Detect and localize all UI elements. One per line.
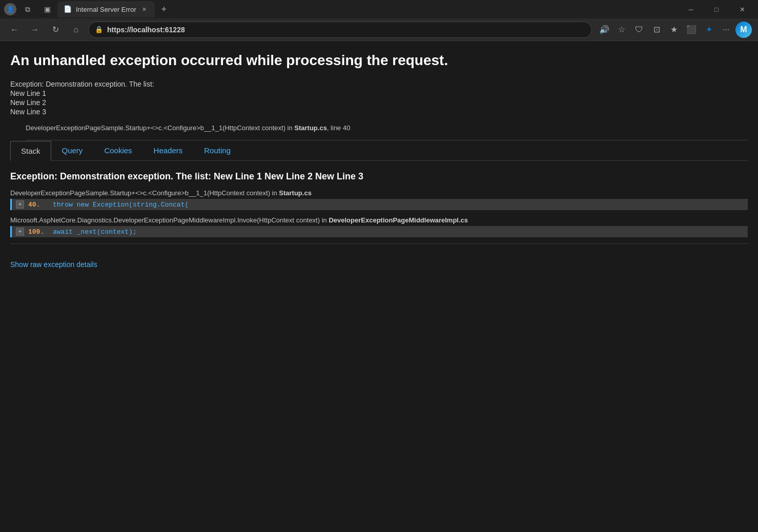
tab-title: Internal Server Error <box>76 6 136 13</box>
stack-location-prefix: DeveloperExceptionPageSample.Startup+<>c… <box>26 124 294 132</box>
show-raw-exception-link[interactable]: Show raw exception details <box>10 260 97 269</box>
minimize-button[interactable]: ─ <box>679 0 703 18</box>
split-screen-icon[interactable]: ⊡ <box>648 22 665 38</box>
frame1-text: DeveloperExceptionPageSample.Startup+<>c… <box>10 189 279 197</box>
refresh-button[interactable]: ↻ <box>47 22 64 38</box>
profile-avatar[interactable]: 👤 <box>4 3 16 15</box>
frame2-line-num: 109. <box>28 228 49 236</box>
address-text: https://localhost:61228 <box>107 26 185 34</box>
page-main-heading: An unhandled exception occurred while pr… <box>10 51 748 70</box>
frame1-code-text: throw new Exception(string.Concat( <box>53 201 189 209</box>
tab-query[interactable]: Query <box>51 140 94 160</box>
tab-headers[interactable]: Headers <box>143 140 194 160</box>
window-controls: ─ □ ✕ <box>679 0 754 18</box>
stack-frame-1: DeveloperExceptionPageSample.Startup+<>c… <box>10 189 748 210</box>
split-view-icon[interactable]: ▣ <box>39 1 55 17</box>
tab-routing[interactable]: Routing <box>193 140 241 160</box>
frame2-text: Microsoft.AspNetCore.Diagnostics.Develop… <box>10 216 329 224</box>
collections-icon[interactable]: ⧉ <box>19 1 36 17</box>
tabs-bar: Stack Query Cookies Headers Routing <box>10 140 748 161</box>
tab-cookies[interactable]: Cookies <box>93 140 142 160</box>
new-tab-button[interactable]: + <box>157 2 171 16</box>
frame2-code-block: + 109. await _next(context); <box>10 226 748 237</box>
title-bar-left: 👤 ⧉ ▣ <box>4 1 55 17</box>
tabs-area: 📄 Internal Server Error ✕ + <box>57 1 679 17</box>
tab-close-button[interactable]: ✕ <box>140 5 149 13</box>
exception-line-1: New Line 1 <box>10 89 748 97</box>
lock-icon: 🔒 <box>95 26 103 33</box>
tab-group: 📄 Internal Server Error ✕ + <box>57 1 171 17</box>
home-button[interactable]: ⌂ <box>68 22 84 38</box>
copilot-icon[interactable]: ✦ <box>701 22 717 38</box>
address-port: :61228 <box>162 26 185 34</box>
browser-essentials-icon[interactable]: 🛡 <box>631 22 647 38</box>
exception-line-2: New Line 2 <box>10 98 748 107</box>
section-title: Exception: Demonstration exception. The … <box>10 171 748 182</box>
divider <box>10 243 748 244</box>
nav-actions: 🔊 ☆ 🛡 ⊡ ★ ⬛ ✦ ··· M <box>596 22 752 38</box>
title-bar: 👤 ⧉ ▣ 📄 Internal Server Error ✕ + ─ □ ✕ <box>0 0 758 18</box>
more-options-icon[interactable]: ··· <box>718 22 734 38</box>
frame2-file: DeveloperExceptionPageMiddlewareImpl.cs <box>329 216 468 224</box>
favorites-icon[interactable]: ☆ <box>613 22 630 38</box>
favorites-list-icon[interactable]: ★ <box>666 22 682 38</box>
exception-intro: Exception: Demonstration exception. The … <box>10 80 748 116</box>
frame2-code-text: await _next(context); <box>53 228 137 236</box>
stack-frame-2: Microsoft.AspNetCore.Diagnostics.Develop… <box>10 216 748 237</box>
nav-bar: ← → ↻ ⌂ 🔒 https://localhost:61228 🔊 ☆ 🛡 … <box>0 18 758 41</box>
frame2-code-line: + 109. await _next(context); <box>12 226 748 237</box>
close-button[interactable]: ✕ <box>730 0 754 18</box>
forward-button[interactable]: → <box>27 22 43 38</box>
tab-favicon-icon: 📄 <box>64 5 72 13</box>
stack-location-file: Startup.cs <box>294 124 327 132</box>
back-button[interactable]: ← <box>6 22 23 38</box>
address-host: localhost <box>131 26 162 34</box>
frame1-file: Startup.cs <box>279 189 312 197</box>
frame1-expand-button[interactable]: + <box>16 200 24 209</box>
stack-location-line: , line 40 <box>327 124 351 132</box>
frame1-header: DeveloperExceptionPageSample.Startup+<>c… <box>10 189 748 197</box>
exception-line-3: New Line 3 <box>10 108 748 116</box>
frame2-expand-button[interactable]: + <box>16 228 24 236</box>
exception-label: Exception: Demonstration exception. The … <box>10 80 748 88</box>
maximize-button[interactable]: □ <box>705 0 728 18</box>
stack-location: DeveloperExceptionPageSample.Startup+<>c… <box>26 124 748 140</box>
frame1-code-block: + 40. throw new Exception(string.Concat( <box>10 199 748 210</box>
read-aloud-icon[interactable]: 🔊 <box>596 22 612 38</box>
frame2-header: Microsoft.AspNetCore.Diagnostics.Develop… <box>10 216 748 224</box>
frame1-code-line: + 40. throw new Exception(string.Concat( <box>12 199 748 210</box>
collections-icon[interactable]: ⬛ <box>683 22 700 38</box>
frame1-line-num: 40. <box>28 201 49 209</box>
tab-stack[interactable]: Stack <box>10 141 51 161</box>
page-content: An unhandled exception occurred while pr… <box>0 41 758 532</box>
edge-profile-button[interactable]: M <box>735 22 752 38</box>
address-bar[interactable]: 🔒 https://localhost:61228 <box>88 22 592 38</box>
active-tab[interactable]: 📄 Internal Server Error ✕ <box>57 1 155 17</box>
